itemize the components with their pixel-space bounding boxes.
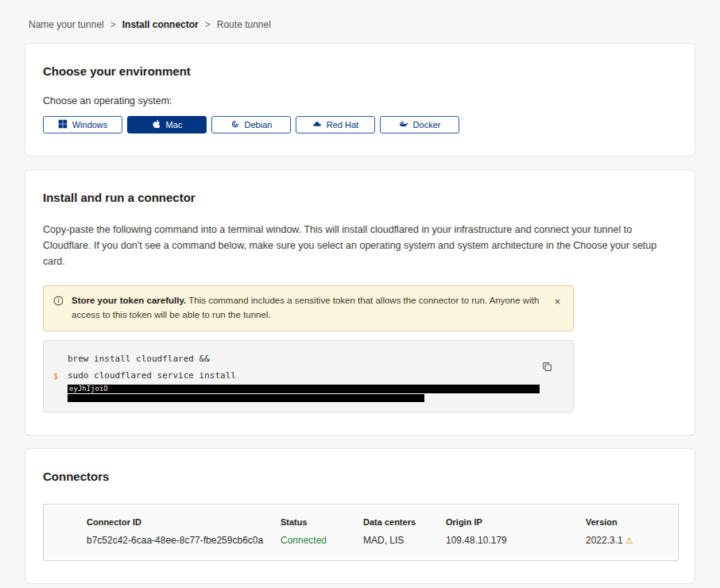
token-warning-text: Store your token carefully. This command… (72, 294, 544, 323)
breadcrumb-separator: > (205, 19, 211, 30)
cell-connector-id: b7c52c42-6caa-48ee-8c77-fbe259cb6c0a (87, 535, 281, 546)
os-button-label: Mac (166, 120, 183, 130)
os-button-windows[interactable]: Windows (43, 116, 122, 133)
column-header-origin-ip: Origin IP (446, 517, 586, 535)
debian-icon (230, 119, 240, 130)
os-button-mac[interactable]: Mac (127, 116, 207, 133)
environment-card-title: Choose your environment (43, 64, 677, 78)
token-warning-bold: Store your token carefully. (72, 296, 186, 305)
command-line-2: sudo cloudflared service install (68, 367, 562, 384)
apple-icon (152, 119, 161, 130)
os-button-debian[interactable]: Debian (211, 116, 291, 133)
column-header-connector-id: Connector ID (87, 517, 281, 535)
warning-triangle-icon: ⚠ (625, 536, 633, 545)
info-circle-icon (53, 296, 64, 306)
connectors-table: Connector ID Status Data centers Origin … (43, 504, 679, 561)
redacted-token-bar (68, 394, 424, 402)
os-select-label: Choose an operating system: (43, 95, 677, 106)
install-connector-card: Install and run a connector Copy-paste t… (25, 169, 695, 435)
install-description: Copy-paste the following command into a … (43, 222, 677, 269)
breadcrumb-step-name-your-tunnel[interactable]: Name your tunnel (29, 19, 104, 30)
install-card-title: Install and run a connector (43, 191, 677, 204)
connectors-card: Connectors Connector ID Status Data cent… (25, 448, 695, 584)
token-prefix: eyJhIjoiO (69, 385, 108, 393)
install-command-block: $ brew install cloudflared && sudo cloud… (43, 340, 574, 412)
column-header-version: Version (586, 517, 676, 535)
connectors-table-body: Connector ID Status Data centers Origin … (45, 506, 676, 559)
shell-prompt: $ (44, 350, 68, 402)
redhat-icon (312, 119, 322, 130)
breadcrumb: Name your tunnel > Install connector > R… (0, 0, 720, 30)
column-header-status: Status (281, 517, 363, 535)
breadcrumb-step-route-tunnel[interactable]: Route tunnel (217, 19, 271, 30)
version-value: 2022.3.1 (586, 535, 623, 546)
table-row: b7c52c42-6caa-48ee-8c77-fbe259cb6c0a Con… (87, 535, 676, 546)
os-button-docker[interactable]: Docker (380, 116, 459, 133)
windows-icon (58, 119, 68, 130)
os-button-label: Red Hat (327, 120, 358, 130)
docker-icon (399, 119, 408, 130)
status-badge: Connected (281, 535, 363, 546)
os-button-label: Windows (72, 120, 108, 130)
redacted-token-bar: eyJhIjoiO (68, 385, 540, 393)
cell-origin-ip: 109.48.10.179 (446, 535, 586, 546)
breadcrumb-separator: > (110, 19, 116, 30)
cell-data-centers: MAD, LIS (363, 535, 446, 546)
column-header-data-centers: Data centers (363, 517, 446, 535)
os-button-label: Debian (245, 120, 273, 130)
os-button-label: Docker (413, 120, 441, 130)
breadcrumb-step-install-connector[interactable]: Install connector (122, 19, 199, 30)
close-icon[interactable]: × (552, 296, 563, 308)
copy-icon[interactable] (542, 362, 552, 372)
os-button-row: Windows Mac Debian Red Hat Docker (43, 116, 677, 133)
environment-card: Choose your environment Choose an operat… (25, 43, 695, 157)
os-button-redhat[interactable]: Red Hat (296, 116, 375, 133)
token-warning-banner: Store your token carefully. This command… (43, 285, 574, 331)
install-command-lines: brew install cloudflared && sudo cloudfl… (68, 350, 562, 402)
table-header-row: Connector ID Status Data centers Origin … (87, 517, 676, 535)
connectors-card-title: Connectors (43, 470, 677, 483)
cell-version: 2022.3.1⚠ (586, 535, 676, 546)
command-line-1: brew install cloudflared && (68, 350, 562, 367)
